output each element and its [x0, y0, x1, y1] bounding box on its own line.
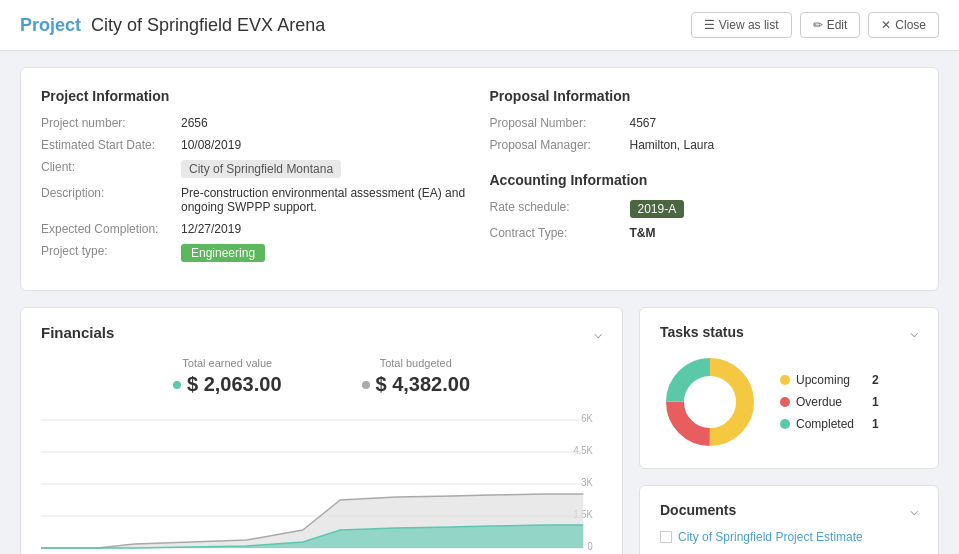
overdue-count: 1: [860, 395, 879, 409]
upcoming-label: Upcoming: [796, 373, 850, 387]
value-expected-completion: 12/27/2019: [181, 222, 241, 236]
documents-title: Documents: [660, 502, 736, 518]
label-start-date: Estimated Start Date:: [41, 138, 181, 152]
value-start-date: 10/08/2019: [181, 138, 241, 152]
document-label: City of Springfield Project Estimate: [678, 530, 863, 544]
label-description: Description:: [41, 186, 181, 200]
header-actions: ☰ View as list ✏ Edit ✕ Close: [691, 12, 939, 38]
svg-text:6K: 6K: [581, 413, 593, 424]
earned-value-item: Total earned value $ 2,063.00: [173, 357, 282, 396]
financials-chart: 6K 4.5K 3K 1.5K 0: [41, 412, 602, 554]
info-row-rate-schedule: Rate schedule: 2019-A: [490, 200, 919, 218]
completed-label: Completed: [796, 417, 854, 431]
project-info-section: Project Information Project number: 2656…: [41, 88, 470, 270]
accounting-info-title: Accounting Information: [490, 172, 919, 188]
documents-card-header: Documents ⌵: [660, 502, 918, 518]
tasks-title: Tasks status: [660, 324, 744, 340]
completed-count: 1: [860, 417, 879, 431]
info-row-start-date: Estimated Start Date: 10/08/2019: [41, 138, 470, 152]
project-label: Project: [20, 15, 81, 35]
page-header: Project City of Springfield EVX Arena ☰ …: [0, 0, 959, 51]
label-proposal-manager: Proposal Manager:: [490, 138, 630, 152]
info-row-client: Client: City of Springfield Montana: [41, 160, 470, 178]
tasks-chevron-icon[interactable]: ⌵: [910, 324, 918, 340]
legend-item-upcoming: Upcoming 2: [780, 373, 879, 387]
chart-svg: 6K 4.5K 3K 1.5K 0: [41, 412, 602, 554]
earned-dot: [173, 381, 181, 389]
upcoming-count: 2: [860, 373, 879, 387]
list-icon: ☰: [704, 18, 715, 32]
value-contract-type: T&M: [630, 226, 656, 240]
label-rate-schedule: Rate schedule:: [490, 200, 630, 214]
label-client: Client:: [41, 160, 181, 174]
budgeted-dot: [362, 381, 370, 389]
value-proposal-manager: Hamilton, Laura: [630, 138, 715, 152]
accounting-info-section: Accounting Information Rate schedule: 20…: [490, 172, 919, 240]
info-row-description: Description: Pre-construction environmen…: [41, 186, 470, 214]
right-info-sections: Proposal Information Proposal Number: 45…: [490, 88, 919, 270]
budgeted-label: Total budgeted: [362, 357, 471, 369]
project-info-card: Project Information Project number: 2656…: [20, 67, 939, 291]
main-content: Project Information Project number: 2656…: [0, 51, 959, 554]
edit-button[interactable]: ✏ Edit: [800, 12, 861, 38]
tasks-legend: Upcoming 2 Overdue 1 Completed 1: [780, 373, 879, 431]
bottom-row: Financials ⌵ Total earned value $ 2,063.…: [20, 307, 939, 554]
overdue-label: Overdue: [796, 395, 842, 409]
info-row-proposal-number: Proposal Number: 4567: [490, 116, 919, 130]
earned-value: $ 2,063.00: [173, 373, 282, 396]
info-row-contract-type: Contract Type: T&M: [490, 226, 919, 240]
completed-dot: [780, 419, 790, 429]
svg-text:4.5K: 4.5K: [573, 445, 593, 456]
svg-point-19: [686, 378, 734, 426]
legend-item-overdue: Overdue 1: [780, 395, 879, 409]
financials-summary: Total earned value $ 2,063.00 Total budg…: [41, 357, 602, 396]
upcoming-dot: [780, 375, 790, 385]
view-as-list-button[interactable]: ☰ View as list: [691, 12, 792, 38]
info-row-project-type: Project type: Engineering: [41, 244, 470, 262]
close-icon: ✕: [881, 18, 891, 32]
donut-chart: [660, 352, 760, 452]
page-title: Project City of Springfield EVX Arena: [20, 15, 325, 36]
right-cards: Tasks status ⌵: [639, 307, 939, 554]
value-project-number: 2656: [181, 116, 208, 130]
proposal-info-title: Proposal Information: [490, 88, 919, 104]
info-row-expected-completion: Expected Completion: 12/27/2019: [41, 222, 470, 236]
value-proposal-number: 4567: [630, 116, 657, 130]
svg-text:3K: 3K: [581, 477, 593, 488]
earned-label: Total earned value: [173, 357, 282, 369]
documents-card: Documents ⌵ City of Springfield Project …: [639, 485, 939, 554]
overdue-dot: [780, 397, 790, 407]
label-project-type: Project type:: [41, 244, 181, 258]
doc-checkbox[interactable]: [660, 531, 672, 543]
proposal-info-section: Proposal Information Proposal Number: 45…: [490, 88, 919, 152]
budgeted-value-item: Total budgeted $ 4,382.00: [362, 357, 471, 396]
financials-card: Financials ⌵ Total earned value $ 2,063.…: [20, 307, 623, 554]
project-name: City of Springfield EVX Arena: [91, 15, 325, 35]
label-project-number: Project number:: [41, 116, 181, 130]
svg-text:0: 0: [587, 541, 592, 552]
edit-icon: ✏: [813, 18, 823, 32]
info-row-proposal-manager: Proposal Manager: Hamilton, Laura: [490, 138, 919, 152]
label-proposal-number: Proposal Number:: [490, 116, 630, 130]
project-info-title: Project Information: [41, 88, 470, 104]
value-rate-schedule: 2019-A: [630, 200, 685, 218]
financials-chevron-icon[interactable]: ⌵: [594, 325, 602, 341]
close-button[interactable]: ✕ Close: [868, 12, 939, 38]
tasks-card-header: Tasks status ⌵: [660, 324, 918, 340]
budgeted-value: $ 4,382.00: [362, 373, 471, 396]
financials-title: Financials: [41, 324, 114, 341]
document-item[interactable]: City of Springfield Project Estimate: [660, 530, 918, 544]
value-project-type: Engineering: [181, 244, 265, 262]
tasks-content: Upcoming 2 Overdue 1 Completed 1: [660, 352, 918, 452]
info-row-project-number: Project number: 2656: [41, 116, 470, 130]
tasks-status-card: Tasks status ⌵: [639, 307, 939, 469]
value-client: City of Springfield Montana: [181, 160, 341, 178]
value-description: Pre-construction environmental assessmen…: [181, 186, 470, 214]
legend-item-completed: Completed 1: [780, 417, 879, 431]
documents-chevron-icon[interactable]: ⌵: [910, 502, 918, 518]
label-expected-completion: Expected Completion:: [41, 222, 181, 236]
financials-header: Financials ⌵: [41, 324, 602, 341]
label-contract-type: Contract Type:: [490, 226, 630, 240]
